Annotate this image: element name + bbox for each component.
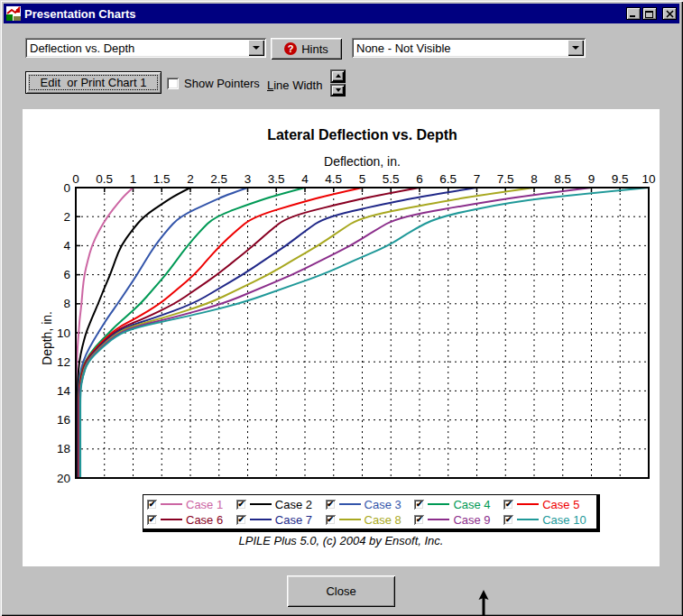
x-tick-label: 2 (187, 172, 194, 186)
x-tick-label: 5 (359, 172, 366, 186)
close-icon (666, 10, 674, 18)
x-tick-label: 0.5 (96, 172, 113, 186)
x-tick-label: 3.5 (268, 172, 285, 186)
window-title: Presentation Charts (24, 7, 626, 21)
legend-line-swatch (161, 519, 182, 520)
chart-legend: ✔Case 1✔Case 2✔Case 3✔Case 4✔Case 5✔Case… (143, 494, 600, 532)
legend-item: ✔Case 2 (236, 497, 326, 511)
legend-item: ✔Case 5 (503, 497, 593, 511)
close-button[interactable]: Close (287, 575, 395, 607)
legend-case-checkbox[interactable]: ✔ (414, 515, 424, 525)
overlay-curve-combobox[interactable]: None - Not Visible (352, 38, 586, 58)
legend-item: ✔Case 4 (414, 497, 503, 511)
legend-item: ✔Case 7 (236, 512, 326, 527)
legend-case-checkbox[interactable]: ✔ (503, 515, 513, 525)
chart-title: Lateral Deflection vs. Depth (76, 127, 649, 143)
chevron-down-icon[interactable] (568, 40, 584, 56)
legend-line-swatch (339, 519, 361, 520)
maximize-button[interactable] (642, 7, 657, 20)
x-tick-label: 2.5 (210, 172, 227, 186)
y-tick-label: 8 (63, 297, 70, 310)
legend-item: ✔Case 1 (147, 497, 236, 511)
y-tick-label: 0 (63, 181, 70, 195)
spinner-up-button[interactable] (330, 69, 346, 83)
legend-case-label: Case 2 (275, 498, 312, 511)
legend-line-swatch (428, 503, 449, 505)
legend-item: ✔Case 10 (503, 512, 593, 527)
chart-type-value: Deflection vs. Depth (25, 41, 248, 55)
x-tick-label: 0 (72, 172, 79, 186)
x-tick-label: 3 (245, 172, 252, 186)
legend-case-checkbox[interactable]: ✔ (236, 515, 246, 525)
show-pointers-label: Show Pointers (184, 77, 260, 90)
overlay-curve-value: None - Not Visible (352, 41, 568, 55)
legend-item: ✔Case 9 (414, 512, 503, 527)
y-tick-label: 14 (57, 384, 71, 398)
chart-panel: 00.511.522.533.544.555.566.577.588.599.5… (23, 109, 660, 566)
x-tick-label: 8.5 (554, 172, 571, 186)
legend-case-label: Case 5 (542, 498, 579, 511)
presentation-charts-window: Presentation Charts Deflection vs. Depth… (0, 0, 683, 616)
chart-caption: LPILE Plus 5.0, (c) 2004 by Ensoft, Inc. (23, 534, 660, 547)
app-icon (6, 6, 21, 21)
x-axis-label: Deflection, in. (76, 154, 649, 169)
x-tick-label: 8 (531, 172, 538, 186)
minimize-icon (629, 10, 638, 18)
y-tick-label: 2 (63, 210, 70, 224)
x-tick-label: 10 (641, 172, 655, 186)
x-tick-label: 6 (416, 172, 423, 186)
legend-case-checkbox[interactable]: ✔ (503, 500, 513, 510)
legend-case-label: Case 8 (365, 513, 401, 527)
y-tick-label: 12 (57, 355, 70, 369)
y-tick-label: 6 (63, 268, 70, 281)
chart-type-combobox[interactable]: Deflection vs. Depth (25, 38, 266, 58)
show-pointers-control: Show Pointers (167, 77, 260, 90)
y-tick-label: 4 (63, 239, 70, 253)
legend-case-checkbox[interactable]: ✔ (326, 515, 336, 525)
x-tick-label: 7 (474, 172, 481, 186)
title-bar[interactable]: Presentation Charts (4, 4, 679, 23)
line-width-spinner (330, 69, 346, 97)
y-axis-label: Depth, in. (40, 298, 54, 379)
close-window-button[interactable] (662, 7, 677, 20)
legend-line-swatch (517, 503, 539, 505)
legend-case-checkbox[interactable]: ✔ (147, 515, 157, 525)
line-width-label: Line Width (267, 78, 322, 92)
y-tick-label: 20 (57, 472, 70, 485)
legend-case-checkbox[interactable]: ✔ (326, 500, 336, 510)
hints-label: Hints (301, 42, 328, 56)
show-pointers-checkbox[interactable] (167, 78, 179, 89)
x-tick-label: 1.5 (153, 172, 171, 186)
x-tick-label: 6.5 (439, 172, 457, 186)
y-tick-label: 18 (57, 442, 70, 455)
legend-case-checkbox[interactable]: ✔ (414, 500, 424, 510)
maximize-icon (645, 10, 654, 18)
y-tick-label: 16 (57, 413, 70, 427)
chevron-down-icon[interactable] (248, 40, 264, 56)
legend-line-swatch (161, 503, 182, 505)
edit-or-print-chart-button[interactable]: Edit or Print Chart 1 (25, 71, 162, 94)
legend-line-swatch (339, 503, 361, 505)
legend-item: ✔Case 6 (147, 512, 236, 527)
x-tick-label: 9 (588, 172, 595, 186)
x-tick-label: 9.5 (612, 172, 629, 186)
legend-case-label: Case 3 (365, 498, 401, 511)
x-tick-label: 4 (301, 172, 309, 186)
legend-item: ✔Case 3 (326, 497, 415, 511)
legend-case-label: Case 1 (186, 498, 223, 511)
minimize-button[interactable] (626, 7, 641, 20)
x-tick-label: 1 (130, 172, 137, 186)
legend-line-swatch (517, 519, 539, 520)
hints-button[interactable]: ? Hints (271, 38, 342, 60)
x-tick-label: 4.5 (325, 172, 342, 186)
legend-item: ✔Case 8 (326, 512, 415, 527)
question-icon: ? (284, 42, 297, 55)
x-tick-label: 7.5 (497, 172, 514, 186)
legend-case-label: Case 10 (542, 513, 586, 527)
y-tick-label: 10 (57, 326, 70, 340)
legend-line-swatch (250, 503, 272, 505)
spinner-down-button[interactable] (330, 84, 346, 97)
legend-case-checkbox[interactable]: ✔ (147, 500, 157, 510)
legend-case-checkbox[interactable]: ✔ (236, 500, 246, 510)
legend-case-label: Case 6 (186, 513, 223, 527)
